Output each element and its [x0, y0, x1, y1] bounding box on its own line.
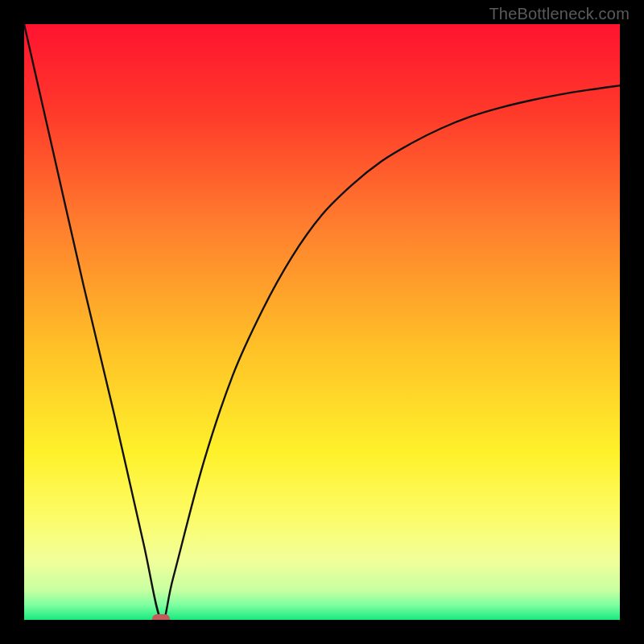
- curve-layer: [24, 24, 620, 620]
- chart-container: { "watermark": "TheBottleneck.com", "cha…: [0, 0, 644, 644]
- plot-area: [24, 24, 620, 620]
- minimum-marker: [152, 614, 170, 620]
- bottleneck-curve: [24, 24, 620, 620]
- watermark-text: TheBottleneck.com: [489, 5, 630, 23]
